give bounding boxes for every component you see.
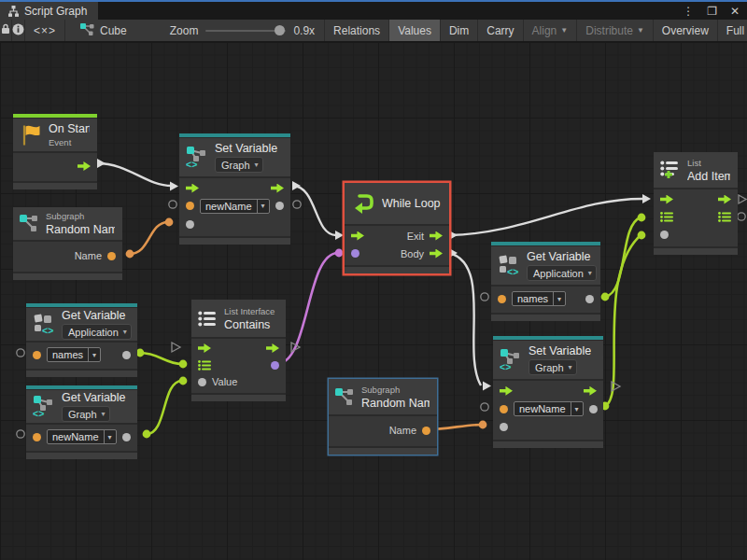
node-header: While Loop [345,183,449,224]
cable-setvariableout-to-additem[interactable] [605,235,641,406]
cable-whileexit-to-additem[interactable] [449,199,642,235]
node-header: <> Get Variable Graph▾ [26,390,137,423]
node-header: Subgraph Random Name [329,379,437,414]
name-in-port[interactable] [186,202,194,210]
value-out-port[interactable] [589,405,598,413]
cable-randomname-to-setvariablevalue[interactable] [130,222,168,254]
flow-out-port[interactable] [266,343,279,353]
value-in-port[interactable] [198,378,206,386]
output-label: Name [389,425,416,436]
node-title: Random Name [46,223,115,236]
node-subgraph-mid[interactable]: Subgraph Random Name Name [329,379,437,455]
variable-scope-dropdown[interactable]: Graph▾ [62,406,110,422]
flow-in-port[interactable] [351,231,364,241]
zoom-slider[interactable] [205,30,286,32]
node-footer [345,267,449,273]
toolbar-button-carry[interactable]: Carry [478,20,523,41]
tab-bar: Script Graph ⋮ ❐ ✕ [0,2,747,20]
variables-icon: <×> [34,24,56,37]
condition-in-port[interactable] [351,249,359,258]
node-get-variable-graph-left[interactable]: <> Get Variable Graph▾ newName▾ [26,385,137,459]
name-out-port[interactable] [422,427,430,435]
flow-out-port[interactable] [271,184,284,193]
cable-setvariable-to-whileloop[interactable] [292,186,336,235]
svg-text:<>: <> [500,361,511,371]
value-in-port[interactable] [500,423,508,431]
cable-names-to-additemlist[interactable] [605,217,641,297]
graph-breadcrumb[interactable]: Cube [71,20,136,41]
node-contains[interactable]: List Interface Contains Value [191,300,286,401]
node-header: <> Set Variable Graph▾ [179,138,290,176]
toolbar-button-relations[interactable]: Relations [324,20,389,41]
item-in-port[interactable] [660,231,669,239]
chevron-down-icon: ▾ [257,200,269,213]
graph-inspector-button[interactable] [12,20,25,41]
chevron-down-icon: ▾ [102,410,106,418]
subgraph-icon [335,388,355,406]
variable-name-dropdown[interactable]: newName▾ [200,199,270,214]
value-out-port[interactable] [122,351,131,359]
toolbar-button-dim[interactable]: Dim [441,20,478,41]
flow-in-port[interactable] [198,343,211,353]
lock-button[interactable] [0,20,12,41]
variable-name-dropdown[interactable]: newName▾ [514,401,584,416]
variable-scope-dropdown[interactable]: Graph▾ [215,157,263,173]
node-get-variable-app-left[interactable]: <> Get Variable Application▾ names▾ [26,303,137,377]
cable-names-to-contains[interactable] [140,353,182,364]
cable-newname-to-containsvalue[interactable] [147,381,182,434]
name-in-port[interactable] [498,295,506,303]
node-get-variable-app-right[interactable]: <> Get Variable Application▾ names▾ [491,242,600,321]
variables-toggle-button[interactable]: <×> [25,20,65,41]
flow-out-port[interactable] [718,195,731,204]
name-out-port[interactable] [107,252,116,260]
value-out-port[interactable] [275,202,284,210]
variable-name-dropdown[interactable]: newName▾ [47,429,117,444]
flow-in-port[interactable] [186,184,199,193]
name-in-port[interactable] [33,433,41,441]
toolbar-button-overview[interactable]: Overview [654,20,718,41]
node-subgraph-left[interactable]: Subgraph Random Name Name [13,207,122,280]
zoom-slider-handle[interactable] [275,25,285,35]
graph-canvas[interactable]: On Start Event <> Set Variable Graph▾ [0,42,747,560]
output-label: Name [75,250,102,261]
toolbar-button-align[interactable]: Align▼ [524,20,578,41]
body-out-port[interactable] [430,249,443,259]
variable-scope-dropdown[interactable]: Application▾ [527,265,597,281]
list-out-port[interactable] [718,212,731,222]
value-out-port[interactable] [122,433,131,441]
node-footer [654,248,738,255]
script-graph-window: Script Graph ⋮ ❐ ✕ <×> Cube Zoom 0.9x Re… [0,0,747,560]
toolbar-button-values[interactable]: Values [389,20,441,41]
variable-name-dropdown[interactable]: names▾ [47,347,101,362]
name-in-port[interactable] [33,351,41,359]
maximize-button[interactable]: ❐ [707,5,717,18]
variable-scope-dropdown[interactable]: Graph▾ [529,359,577,375]
variable-name-dropdown[interactable]: names▾ [512,291,566,306]
flow-out-port[interactable] [78,161,91,171]
flow-out-port[interactable] [584,386,597,396]
cable-whilebody-to-setvariable[interactable] [449,253,481,385]
flow-in-port[interactable] [500,386,513,396]
toolbar-button-distribute[interactable]: Distribute▼ [577,20,654,41]
cable-onstart-to-setvariable[interactable] [97,163,172,186]
window-menu-button[interactable]: ⋮ [683,5,694,18]
node-set-variable-top[interactable]: <> Set Variable Graph▾ newName▾ [179,133,290,245]
variable-scope-dropdown[interactable]: Application▾ [62,324,132,340]
toolbar-button-fullscreen[interactable]: Full Screen [718,20,747,41]
node-add-item[interactable]: List Add Item [654,152,738,255]
node-while-loop[interactable]: While Loop Exit Body [345,183,449,273]
list-in-port[interactable] [660,212,673,222]
tab-script-graph[interactable]: Script Graph [0,2,98,20]
node-title: Set Variable [529,344,591,357]
name-in-port[interactable] [500,405,508,413]
node-on-start[interactable]: On Start Event [13,114,97,189]
result-out-port[interactable] [271,361,279,370]
value-in-port[interactable] [186,220,194,229]
list-in-port[interactable] [198,360,211,371]
value-out-port[interactable] [585,295,594,303]
exit-out-port[interactable] [430,231,443,241]
node-set-variable-right[interactable]: <> Set Variable Graph▾ newName▾ [493,336,603,448]
node-footer [329,448,437,455]
close-button[interactable]: ✕ [730,5,740,18]
flow-in-port[interactable] [660,195,673,204]
